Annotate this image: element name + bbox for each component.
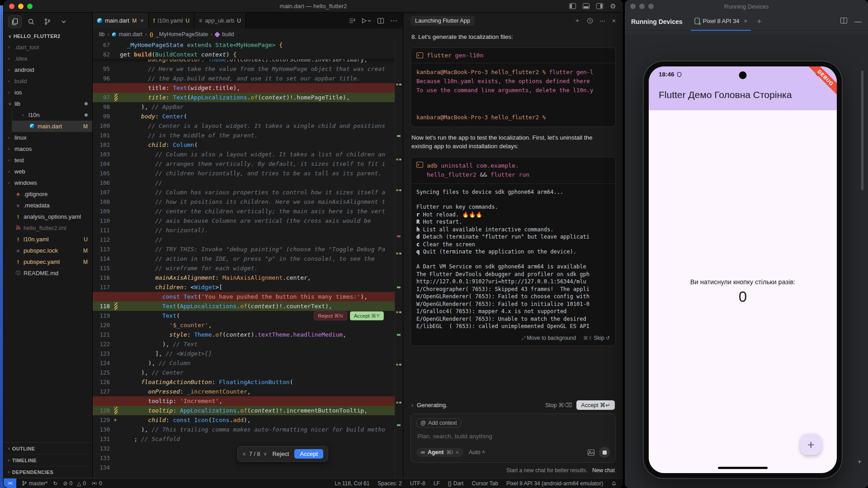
tree-item-readme-md[interactable]: ⓘREADME.md <box>4 267 92 279</box>
device-status[interactable]: Pixel 8 API 34 (android-arm64 emulator) <box>506 480 603 487</box>
close-window-button[interactable] <box>630 4 636 9</box>
zoom-window-button[interactable] <box>648 4 654 9</box>
tree-item-ios[interactable]: ›ios <box>4 87 92 98</box>
tree-item-test[interactable]: ›test <box>4 155 92 166</box>
tree-item--metadata[interactable]: ≡.metadata <box>4 200 92 211</box>
move-to-background-button[interactable]: ⤢ Move to background <box>522 335 576 341</box>
tree-item--gitignore[interactable]: ◈.gitignore <box>4 188 92 200</box>
remote-indicator[interactable]: >< <box>4 479 16 488</box>
code-line[interactable]: 99 body: Center( <box>93 112 403 121</box>
close-icon[interactable]: × <box>744 18 748 24</box>
code-line[interactable]: 101 // in the middle of the parent. <box>93 131 403 140</box>
tree-item-pubspec-yaml[interactable]: !pubspec.yamlM <box>4 256 92 267</box>
chat-input-placeholder[interactable]: Plan, search, build anything <box>417 433 609 440</box>
cursor-tab-status[interactable]: Cursor Tab <box>472 480 498 487</box>
encoding-status[interactable]: UTF-8 <box>410 480 425 487</box>
chat-messages[interactable]: 8. Let's generate the localization files… <box>410 29 616 478</box>
chevron-right-icon[interactable]: › <box>411 402 413 408</box>
code-line[interactable]: 111 // horizontal). <box>93 225 403 235</box>
close-icon[interactable]: × <box>140 17 144 24</box>
model-selector[interactable]: Auto ˄ <box>469 449 486 455</box>
code-line[interactable]: 127 onPressed: _incrementCounter, <box>93 387 403 396</box>
code-line-added[interactable]: 128 tooltip: AppLocalizations.of(context… <box>93 406 403 415</box>
history-icon[interactable] <box>587 18 593 24</box>
code-line[interactable]: 107 // Column has various properties to … <box>93 188 403 197</box>
git-branch-icon[interactable] <box>41 15 54 28</box>
code-line[interactable]: 126 floatingActionButton: FloatingAction… <box>93 377 403 387</box>
close-window-button[interactable] <box>9 4 14 9</box>
language-status[interactable]: {}Dart <box>448 480 464 487</box>
add-context-button[interactable]: @Add context <box>416 418 461 427</box>
tree-item-analysis-options-yaml[interactable]: !analysis_options.yaml <box>4 211 92 222</box>
git-branch-status[interactable]: master* <box>22 480 47 487</box>
code-line[interactable]: 129+ child: const Icon(Icons.add), <box>93 415 403 425</box>
tab-main-dart[interactable]: main.dartM × <box>93 13 149 28</box>
new-chat-icon[interactable]: ＋ <box>574 17 580 25</box>
cursor-position-status[interactable]: Ln 118, Col 61 <box>335 480 369 487</box>
ports-status[interactable]: 0 <box>91 480 102 487</box>
code-line[interactable]: 123 ], // <Widget>[] <box>93 349 403 358</box>
accept-generation-button[interactable]: Accept ⌘↵ <box>576 400 615 410</box>
code-line[interactable]: 103 // Column is also a layout widget. I… <box>93 150 403 159</box>
code-line[interactable]: 82get build(BuildContext context) { <box>93 50 403 59</box>
code-line-added[interactable]: 118 Text(AppLocalizations.of(context)!.c… <box>93 301 403 311</box>
tree-item-windows[interactable]: ›windows <box>4 177 92 188</box>
tree-item-main-dart[interactable]: main.dartM <box>12 121 92 132</box>
bell-icon[interactable] <box>611 480 617 486</box>
image-attach-icon[interactable] <box>588 450 594 455</box>
fab-increment-button[interactable]: ＋ <box>800 434 821 455</box>
minimap[interactable] <box>395 40 403 478</box>
code-line[interactable]: 106 // <box>93 178 403 188</box>
phone-screen[interactable]: 18:46 Flutter Демо Головна Сторінка DEBU… <box>649 66 837 473</box>
skip-button[interactable]: ⌘⇧ Skip ↺ <box>583 335 610 341</box>
more-icon[interactable]: ⋯ <box>599 17 606 24</box>
more-icon[interactable]: ⋯ <box>390 16 397 25</box>
tree-item-l10n-yaml[interactable]: !l10n.yamlU <box>4 234 92 245</box>
code-line[interactable]: 104 // arranges them vertically. By defa… <box>93 159 403 169</box>
code-line[interactable]: 109 // center the children vertically; t… <box>93 206 403 216</box>
minimize-window-button[interactable] <box>18 4 24 9</box>
inline-reject-button[interactable]: Reject⌘N <box>314 311 347 320</box>
code-line[interactable]: 98 ), // AppBar <box>93 102 403 112</box>
code-line[interactable]: 110 // axis because Columns are vertical… <box>93 216 403 225</box>
tree-item-build[interactable]: ›build <box>4 75 92 87</box>
search-icon[interactable] <box>24 15 38 28</box>
code-line[interactable]: 125 ), // Center <box>93 368 403 377</box>
tree-item--idea[interactable]: ›.idea <box>4 53 92 64</box>
code-line[interactable]: 124 ), // Column <box>93 358 403 368</box>
tree-item-web[interactable]: ›web <box>4 166 92 177</box>
breadcrumb[interactable]: lib› main.dart› {} _MyHomePageState› bui… <box>93 28 403 40</box>
code-line[interactable]: 121 style: Theme.of(context).textTheme.h… <box>93 330 403 339</box>
stop-button[interactable]: Stop ⌘⌫ <box>545 402 572 408</box>
code-editor[interactable]: 67 _MyHomePageState extends State<MyHome… <box>93 40 403 478</box>
agent-mode-selector[interactable]: ∞ Agent ⌘I ˄ <box>416 448 463 457</box>
sidebar-section-timeline[interactable]: ›TIMELINE <box>4 455 92 466</box>
split-editor-icon[interactable] <box>377 18 384 23</box>
split-panel-icon[interactable] <box>840 18 847 26</box>
code-line[interactable]: 134 <box>93 463 403 472</box>
sidebar-section-dependencies[interactable]: ›DEPENDENCIES <box>4 466 92 478</box>
outline-list-icon[interactable] <box>349 18 355 23</box>
tab-app-uk-arb[interactable]: ≡ app_uk.arbU <box>194 13 246 28</box>
tree-item-linux[interactable]: ›linux <box>4 132 92 143</box>
sync-icon[interactable]: ↻ <box>53 480 57 487</box>
eol-status[interactable]: LF <box>434 480 440 487</box>
sidebar-section-outline[interactable]: ›OUTLINE <box>4 443 92 455</box>
panel-bottom-icon[interactable] <box>582 3 590 10</box>
zoom-in-icon[interactable]: ＋ <box>854 457 864 466</box>
indentation-status[interactable]: Spaces: 2 <box>377 480 401 487</box>
reject-all-button[interactable]: Reject <box>272 450 289 457</box>
zoom-window-button[interactable] <box>27 4 33 9</box>
tree-item--dart-tool[interactable]: ›.dart_tool <box>4 42 92 53</box>
files-icon[interactable] <box>8 15 22 28</box>
gear-icon[interactable]: ⚙ <box>609 3 617 10</box>
code-line[interactable]: 95 // Here we take the value from the My… <box>93 64 403 74</box>
code-line[interactable]: 116 mainAxisAlignment: MainAxisAlignment… <box>93 273 403 282</box>
project-root-item[interactable]: ∨HELLO_FLUTTER2 <box>4 31 92 42</box>
code-line[interactable]: 102 child: Column( <box>93 140 403 150</box>
accept-all-button[interactable]: Accept <box>294 449 323 459</box>
tab-l10n-yaml[interactable]: ! l10n.yamlU <box>149 13 194 28</box>
code-line[interactable]: 120 '$_counter', <box>93 320 403 330</box>
prev-change-icon[interactable]: ∧ <box>242 451 246 457</box>
code-line[interactable]: 96 // the App.build method, and use it t… <box>93 74 403 83</box>
